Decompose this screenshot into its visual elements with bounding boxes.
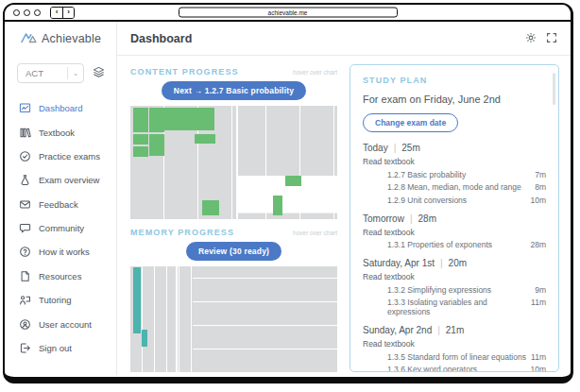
treemap-cell[interactable] [133, 108, 148, 132]
day-header: Today|25m [363, 143, 546, 153]
day-duration: 21m [446, 325, 464, 335]
course-select-value: ACT [18, 68, 67, 78]
day-duration: 20m [449, 258, 467, 268]
day-activity: Read textbook [363, 272, 546, 281]
day-duration: 25m [401, 143, 419, 153]
user-circle-icon [19, 318, 31, 331]
task-row[interactable]: 1.2.7 Basic probability7m [363, 170, 546, 179]
treemap-cell[interactable] [133, 146, 148, 157]
sidebar-nav: DashboardTextbookPractice examsExam over… [5, 96, 116, 360]
fullscreen-icon[interactable] [546, 30, 557, 47]
task-row[interactable]: 1.2.9 Unit conversions10m [363, 196, 546, 205]
sidebar-item-feedback[interactable]: Feedback [5, 193, 116, 216]
day-activity: Read textbook [363, 228, 546, 237]
sidebar-item-user-account[interactable]: User account [5, 312, 116, 335]
sidebar-item-practice-exams[interactable]: Practice exams [5, 145, 116, 168]
day-activity: Read textbook [363, 339, 546, 349]
task-name: 1.3.2 Simplifying expressions [387, 285, 491, 295]
page-header: Dashboard [117, 22, 571, 56]
task-row[interactable]: 1.3.1 Properties of exponents28m [363, 240, 546, 249]
task-row[interactable]: 1.2.8 Mean, median, mode and range8m [363, 182, 546, 192]
sidebar-item-resources[interactable]: Resources [5, 264, 116, 288]
layers-icon[interactable] [93, 65, 105, 82]
treemap-cell[interactable] [133, 134, 148, 145]
progress-column: CONTENT PROGRESS hover over chart Next →… [130, 64, 337, 372]
sidebar-item-textbook[interactable]: Textbook [5, 120, 116, 144]
next-lesson-button[interactable]: Next → 1.2.7 Basic probability [162, 81, 306, 100]
url-bar[interactable]: achievable.me [179, 8, 398, 18]
sidebar-item-sign-out[interactable]: Sign out [5, 336, 116, 360]
brand-logo[interactable]: Achievable [5, 22, 116, 56]
task-row[interactable]: 1.3.2 Simplifying expressions9m [363, 285, 546, 295]
treemap-cell[interactable] [285, 176, 301, 186]
change-exam-date-button[interactable]: Change exam date [363, 113, 458, 132]
study-plan-panel: STUDY PLAN For exam on Friday, June 2nd … [350, 64, 559, 372]
window-control-icon[interactable] [24, 9, 30, 16]
sidebar-item-label: Community [39, 223, 84, 233]
memory-progress-treemap[interactable] [130, 266, 337, 372]
scrollbar-thumb[interactable] [553, 73, 555, 105]
memory-progress-title: MEMORY PROGRESS [130, 228, 234, 237]
treemap-cell[interactable] [273, 196, 282, 215]
sidebar: Achievable ACT ⌄ DashboardTextbookPracti… [5, 22, 117, 375]
study-plan-day: Today|25mRead textbook1.2.7 Basic probab… [363, 143, 546, 205]
forward-icon[interactable]: › [62, 8, 74, 18]
sidebar-item-community[interactable]: Community [5, 216, 116, 240]
treemap-cell[interactable] [195, 134, 215, 144]
task-row[interactable]: 1.3.6 Key word operators10m [363, 365, 546, 372]
flask-icon [19, 174, 31, 186]
app-shell: Achievable ACT ⌄ DashboardTextbookPracti… [5, 22, 571, 375]
task-name: 1.3.1 Properties of exponents [387, 240, 492, 249]
check-circle-icon [19, 150, 31, 162]
chat-bubble-icon [19, 222, 31, 234]
content-progress-hint: hover over chart [293, 69, 337, 76]
sidebar-item-exam-overview[interactable]: Exam overview [5, 168, 116, 192]
review-button[interactable]: Review (30 ready) [186, 242, 281, 261]
course-select[interactable]: ACT ⌄ [17, 63, 84, 83]
chevron-down-icon: ⌄ [68, 69, 83, 77]
task-time: 10m [530, 196, 546, 205]
browser-nav-buttons: ‹ › [50, 7, 75, 19]
treemap-cell[interactable] [133, 267, 141, 333]
window-control-icon[interactable] [13, 9, 20, 16]
treemap-cell[interactable] [202, 200, 219, 215]
task-row[interactable]: 1.3.5 Standard form of linear equations1… [363, 352, 546, 362]
sidebar-item-label: Feedback [39, 199, 78, 210]
sidebar-item-tutoring[interactable]: Tutoring [5, 288, 116, 312]
main-column: Dashboard [117, 22, 571, 375]
treemap-cell[interactable] [163, 108, 214, 130]
back-icon[interactable]: ‹ [51, 8, 62, 18]
settings-gear-icon[interactable] [525, 30, 537, 47]
content-progress-title: CONTENT PROGRESS [130, 67, 239, 77]
content-progress-treemap[interactable] [130, 106, 337, 219]
window-control-icon[interactable] [34, 9, 41, 16]
memory-progress-hint: hover over chart [293, 230, 337, 236]
tutor-icon [19, 294, 31, 306]
sidebar-item-label: User account [39, 319, 92, 330]
task-row[interactable]: 1.3.3 Isolating variables and expression… [363, 298, 546, 316]
sidebar-item-label: Dashboard [39, 103, 82, 113]
task-time: 11m [531, 298, 546, 307]
url-text: achievable.me [268, 9, 308, 16]
treemap-cell[interactable] [149, 134, 164, 156]
document-icon [19, 270, 31, 282]
treemap-cell[interactable] [149, 108, 164, 132]
sidebar-item-label: Resources [39, 271, 81, 281]
day-activity: Read textbook [363, 157, 546, 166]
study-plan-title: STUDY PLAN [363, 76, 546, 85]
day-duration: 28m [418, 213, 436, 224]
day-label: Sunday, Apr 2nd [363, 325, 432, 335]
treemap-cell[interactable] [142, 330, 147, 347]
question-circle-icon [19, 246, 31, 258]
study-plan-day: Saturday, Apr 1st|20mRead textbook1.3.2 … [363, 258, 546, 316]
sidebar-item-label: Textbook [39, 128, 75, 138]
books-icon [19, 127, 31, 139]
task-time: 8m [535, 182, 546, 192]
sidebar-item-how-it-works[interactable]: How it works [5, 240, 116, 264]
study-plan-days: Today|25mRead textbook1.2.7 Basic probab… [363, 143, 546, 372]
window-controls [13, 9, 41, 16]
sign-out-icon [19, 342, 31, 354]
task-name: 1.2.7 Basic probability [387, 170, 466, 179]
sidebar-item-dashboard[interactable]: Dashboard [5, 96, 116, 120]
day-header: Sunday, Apr 2nd|21m [363, 325, 546, 335]
